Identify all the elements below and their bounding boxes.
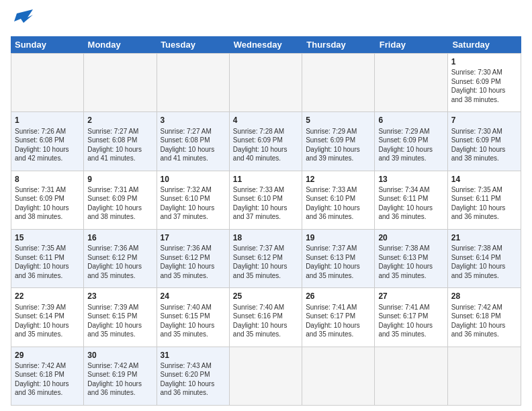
sunset-text: Sunset: 6:09 PM xyxy=(233,136,283,144)
day-number: 22 xyxy=(15,291,80,302)
day-number: 27 xyxy=(378,291,443,302)
calendar-cell: 5Sunrise: 7:29 AM Sunset: 6:09 PMDayligh… xyxy=(302,112,375,170)
daylight-text: Daylight: 10 hours and 41 minutes. xyxy=(87,146,142,163)
sunrise-text: Sunrise: 7:29 AM xyxy=(306,128,357,135)
calendar-cell xyxy=(157,54,230,111)
daylight-text: Daylight: 10 hours and 41 minutes. xyxy=(161,146,215,163)
calendar-cell: 21Sunrise: 7:38 AM Sunset: 6:14 PMDaylig… xyxy=(448,230,521,287)
cal-header-day: Sunday xyxy=(11,36,84,53)
cal-header-day: Saturday xyxy=(448,36,521,53)
sunset-text: Sunset: 6:14 PM xyxy=(451,254,501,261)
calendar-cell xyxy=(448,347,521,405)
logo xyxy=(11,8,33,31)
day-number: 7 xyxy=(451,115,517,126)
calendar-cell: 28Sunrise: 7:42 AM Sunset: 6:18 PMDaylig… xyxy=(448,288,521,346)
logo-bird-icon xyxy=(14,8,33,31)
logo-graphic xyxy=(11,8,33,31)
sunset-text: Sunset: 6:08 PM xyxy=(87,136,137,144)
sunset-text: Sunset: 6:14 PM xyxy=(15,312,64,320)
sunrise-text: Sunrise: 7:39 AM xyxy=(15,304,66,311)
daylight-text: Daylight: 10 hours and 36 minutes. xyxy=(451,204,506,221)
calendar-row: 29Sunrise: 7:42 AM Sunset: 6:18 PMDaylig… xyxy=(11,347,521,406)
calendar-cell: 8Sunrise: 7:31 AM Sunset: 6:09 PMDayligh… xyxy=(11,171,84,229)
day-number: 21 xyxy=(451,232,517,243)
day-number: 13 xyxy=(378,174,443,185)
sunrise-text: Sunrise: 7:36 AM xyxy=(87,244,138,252)
sunset-text: Sunset: 6:08 PM xyxy=(161,136,210,144)
daylight-text: Daylight: 10 hours and 42 minutes. xyxy=(15,146,69,163)
sunrise-text: Sunrise: 7:30 AM xyxy=(451,128,502,135)
calendar-row: 1Sunrise: 7:26 AM Sunset: 6:08 PMDayligh… xyxy=(11,112,521,171)
calendar-cell xyxy=(375,347,447,405)
calendar-cell: 12Sunrise: 7:33 AM Sunset: 6:10 PMDaylig… xyxy=(302,171,375,229)
sunset-text: Sunset: 6:09 PM xyxy=(87,195,137,202)
cal-header-day: Thursday xyxy=(302,36,375,53)
cal-header-day: Friday xyxy=(375,36,449,53)
calendar-cell: 1Sunrise: 7:30 AM Sunset: 6:09 PMDayligh… xyxy=(448,54,521,111)
day-number: 23 xyxy=(87,291,152,302)
day-number: 26 xyxy=(306,291,371,302)
sunrise-text: Sunrise: 7:29 AM xyxy=(378,128,429,135)
calendar-cell xyxy=(11,54,84,111)
day-number: 6 xyxy=(378,115,443,126)
sunrise-text: Sunrise: 7:27 AM xyxy=(87,128,138,135)
day-number: 1 xyxy=(451,56,517,67)
sunrise-text: Sunrise: 7:41 AM xyxy=(378,304,429,311)
calendar-row: 15Sunrise: 7:35 AM Sunset: 6:11 PMDaylig… xyxy=(11,230,521,288)
calendar-header: SundayMondayTuesdayWednesdayThursdayFrid… xyxy=(11,36,521,53)
sunset-text: Sunset: 6:09 PM xyxy=(378,136,428,144)
calendar-cell: 30Sunrise: 7:42 AM Sunset: 6:19 PMDaylig… xyxy=(84,347,157,405)
calendar-cell: 31Sunrise: 7:43 AM Sunset: 6:20 PMDaylig… xyxy=(157,347,230,405)
day-number: 14 xyxy=(451,174,517,185)
sunrise-text: Sunrise: 7:30 AM xyxy=(451,68,502,76)
svg-marker-0 xyxy=(14,9,33,23)
daylight-text: Daylight: 10 hours and 37 minutes. xyxy=(161,204,215,221)
daylight-text: Daylight: 10 hours and 35 minutes. xyxy=(451,263,506,279)
day-number: 25 xyxy=(233,291,298,302)
sunset-text: Sunset: 6:12 PM xyxy=(161,254,210,261)
sunset-text: Sunset: 6:11 PM xyxy=(451,195,501,202)
calendar-cell: 19Sunrise: 7:37 AM Sunset: 6:13 PMDaylig… xyxy=(302,230,375,287)
sunrise-text: Sunrise: 7:32 AM xyxy=(161,186,212,193)
calendar-cell xyxy=(375,54,447,111)
calendar-cell: 1Sunrise: 7:26 AM Sunset: 6:08 PMDayligh… xyxy=(11,112,84,170)
calendar-cell: 27Sunrise: 7:41 AM Sunset: 6:17 PMDaylig… xyxy=(375,288,447,346)
calendar-cell xyxy=(302,347,375,405)
daylight-text: Daylight: 10 hours and 36 minutes. xyxy=(15,380,69,397)
day-number: 11 xyxy=(233,174,298,185)
daylight-text: Daylight: 10 hours and 40 minutes. xyxy=(233,146,287,163)
sunrise-text: Sunrise: 7:43 AM xyxy=(161,362,212,369)
day-number: 3 xyxy=(161,115,226,126)
calendar-cell: 25Sunrise: 7:40 AM Sunset: 6:16 PMDaylig… xyxy=(230,288,302,346)
cal-header-day: Tuesday xyxy=(157,36,230,53)
daylight-text: Daylight: 10 hours and 36 minutes. xyxy=(451,322,506,338)
day-number: 8 xyxy=(15,174,80,185)
sunrise-text: Sunrise: 7:42 AM xyxy=(451,304,502,311)
calendar-cell: 2Sunrise: 7:27 AM Sunset: 6:08 PMDayligh… xyxy=(84,112,157,170)
sunset-text: Sunset: 6:09 PM xyxy=(306,136,355,144)
day-number: 28 xyxy=(451,291,517,302)
day-number: 31 xyxy=(161,350,226,361)
sunrise-text: Sunrise: 7:40 AM xyxy=(233,304,284,311)
sunset-text: Sunset: 6:08 PM xyxy=(15,136,64,144)
sunset-text: Sunset: 6:09 PM xyxy=(15,195,64,202)
daylight-text: Daylight: 10 hours and 37 minutes. xyxy=(233,204,287,221)
day-number: 29 xyxy=(15,350,80,361)
sunrise-text: Sunrise: 7:38 AM xyxy=(378,244,429,252)
sunrise-text: Sunrise: 7:26 AM xyxy=(15,128,66,135)
calendar-cell: 15Sunrise: 7:35 AM Sunset: 6:11 PMDaylig… xyxy=(11,230,84,287)
daylight-text: Daylight: 10 hours and 39 minutes. xyxy=(306,146,360,163)
sunset-text: Sunset: 6:16 PM xyxy=(233,312,283,320)
sunset-text: Sunset: 6:10 PM xyxy=(306,195,355,202)
calendar-cell xyxy=(84,54,157,111)
calendar-cell: 29Sunrise: 7:42 AM Sunset: 6:18 PMDaylig… xyxy=(11,347,84,405)
day-number: 5 xyxy=(306,115,371,126)
sunset-text: Sunset: 6:18 PM xyxy=(15,371,64,378)
daylight-text: Daylight: 10 hours and 36 minutes. xyxy=(306,204,360,221)
calendar-cell: 24Sunrise: 7:40 AM Sunset: 6:15 PMDaylig… xyxy=(157,288,230,346)
day-number: 15 xyxy=(15,232,80,243)
calendar-row: 22Sunrise: 7:39 AM Sunset: 6:14 PMDaylig… xyxy=(11,288,521,347)
sunrise-text: Sunrise: 7:38 AM xyxy=(451,244,502,252)
daylight-text: Daylight: 10 hours and 39 minutes. xyxy=(378,146,433,163)
daylight-text: Daylight: 10 hours and 35 minutes. xyxy=(87,263,142,279)
